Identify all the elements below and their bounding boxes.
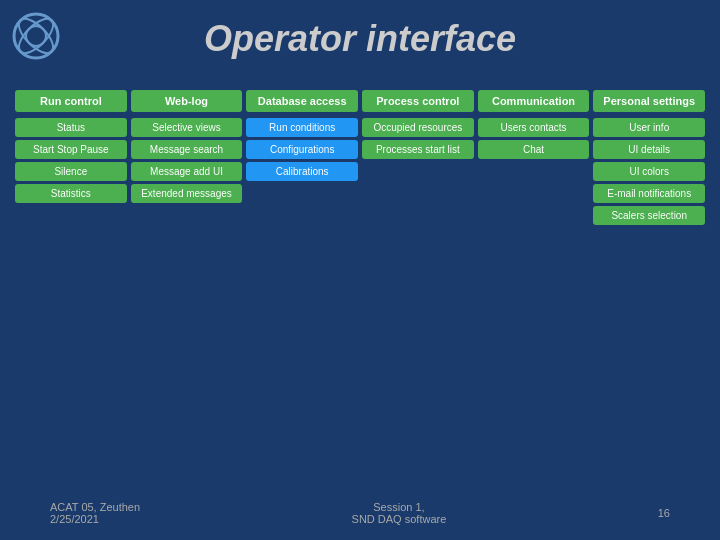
footer-center: Session 1, SND DAQ software <box>352 501 447 525</box>
sub-db-calibrations[interactable]: Calibrations <box>246 162 358 181</box>
menu-communication[interactable]: Communication <box>478 90 590 112</box>
sub-web-addui[interactable]: Message add UI <box>131 162 243 181</box>
sub-db-runconditions[interactable]: Run conditions <box>246 118 358 137</box>
sub-items-row: Status Start Stop Pause Silence Statisti… <box>15 118 705 225</box>
menu-process-control[interactable]: Process control <box>362 90 474 112</box>
sub-db-configurations[interactable]: Configurations <box>246 140 358 159</box>
col-run-control: Status Start Stop Pause Silence Statisti… <box>15 118 127 225</box>
footer-left: ACAT 05, Zeuthen 2/25/2021 <box>50 501 140 525</box>
top-menu-row: Run control Web-log Database access Proc… <box>15 90 705 112</box>
footer-date: 2/25/2021 <box>50 513 140 525</box>
menu-database-access[interactable]: Database access <box>246 90 358 112</box>
logo <box>12 12 60 60</box>
sub-run-statistics[interactable]: Statistics <box>15 184 127 203</box>
sub-run-status[interactable]: Status <box>15 118 127 137</box>
col-communication: Users contacts Chat <box>478 118 590 225</box>
sub-pers-userinfo[interactable]: User info <box>593 118 705 137</box>
sub-web-search[interactable]: Message search <box>131 140 243 159</box>
sub-run-startstop[interactable]: Start Stop Pause <box>15 140 127 159</box>
sub-pers-uicolors[interactable]: UI colors <box>593 162 705 181</box>
sub-pers-uidetails[interactable]: UI details <box>593 140 705 159</box>
sub-web-selective[interactable]: Selective views <box>131 118 243 137</box>
col-database: Run conditions Configurations Calibratio… <box>246 118 358 225</box>
footer: ACAT 05, Zeuthen 2/25/2021 Session 1, SN… <box>50 501 670 525</box>
footer-software: SND DAQ software <box>352 513 447 525</box>
footer-session: Session 1, <box>352 501 447 513</box>
sub-proc-startlist[interactable]: Processes start list <box>362 140 474 159</box>
footer-venue: ACAT 05, Zeuthen <box>50 501 140 513</box>
menu-personal-settings[interactable]: Personal settings <box>593 90 705 112</box>
sub-proc-occupied[interactable]: Occupied resources <box>362 118 474 137</box>
col-personal: User info UI details UI colors E-mail no… <box>593 118 705 225</box>
sub-pers-email[interactable]: E-mail notifications <box>593 184 705 203</box>
menu-web-log[interactable]: Web-log <box>131 90 243 112</box>
sub-pers-scalers[interactable]: Scalers selection <box>593 206 705 225</box>
sub-web-extended[interactable]: Extended messages <box>131 184 243 203</box>
footer-page: 16 <box>658 507 670 519</box>
content-area: Run control Web-log Database access Proc… <box>15 90 705 225</box>
col-web-log: Selective views Message search Message a… <box>131 118 243 225</box>
page-title: Operator interface <box>70 18 650 60</box>
sub-comm-userscontacts[interactable]: Users contacts <box>478 118 590 137</box>
col-process: Occupied resources Processes start list <box>362 118 474 225</box>
sub-comm-chat[interactable]: Chat <box>478 140 590 159</box>
sub-run-silence[interactable]: Silence <box>15 162 127 181</box>
menu-run-control[interactable]: Run control <box>15 90 127 112</box>
